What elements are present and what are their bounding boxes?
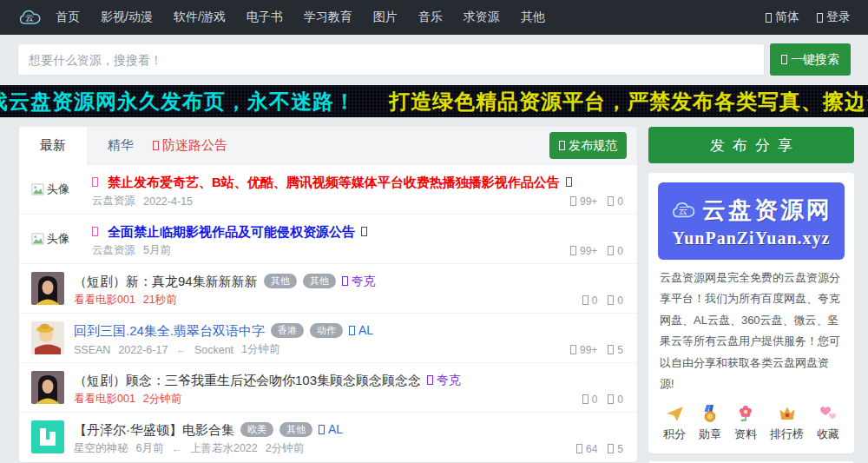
sidebar: 发布分享 云 云盘资源网 YunPanZiYuan.xyz 云盘资源网是完全免费… bbox=[648, 127, 854, 463]
post-title[interactable]: 回到三国.24集全.翡翠台双语中字 bbox=[74, 321, 265, 340]
views-count: 0 bbox=[582, 294, 598, 307]
search-icon bbox=[781, 55, 787, 64]
nav-item-movies[interactable]: 影视/动漫 bbox=[101, 10, 153, 25]
post-author[interactable]: SSEAN bbox=[74, 344, 110, 356]
avatar-alt-text: 头像 bbox=[47, 182, 69, 197]
category-badge[interactable]: 欧美 bbox=[240, 422, 273, 437]
post-title[interactable]: （短剧）顾念：三爷我重生后还会吻你103集顾念顾念顾念念 bbox=[74, 371, 421, 389]
post-author[interactable]: 星空的神秘 bbox=[74, 441, 128, 456]
cloud-link-icon bbox=[427, 375, 433, 385]
category-badge[interactable]: 香港 bbox=[271, 323, 304, 338]
comments-count: 5 bbox=[608, 344, 623, 356]
globe-icon bbox=[766, 13, 772, 23]
nav-item-requests[interactable]: 求资源 bbox=[464, 10, 500, 25]
svg-text:云: 云 bbox=[25, 13, 34, 23]
quick-link-points[interactable]: 积分 bbox=[663, 404, 686, 442]
post-author[interactable]: 看看电影001 bbox=[74, 293, 135, 308]
site-info-panel: 云 云盘资源网 YunPanZiYuan.xyz 云盘资源网是完全免费的云盘资源… bbox=[648, 173, 854, 453]
site-title: 云盘资源网 bbox=[702, 195, 832, 226]
eye-icon bbox=[570, 246, 576, 255]
nav-item-software[interactable]: 软件/游戏 bbox=[174, 10, 226, 25]
post-counts: 99+ 5 bbox=[570, 344, 623, 356]
login-button[interactable]: 登录 bbox=[817, 10, 851, 25]
post-author[interactable]: 看看电影001 bbox=[74, 392, 135, 407]
list-item[interactable]: （短剧）顾念：三爷我重生后还会吻你103集顾念顾念顾念念 夸克 看看电影001 … bbox=[19, 363, 637, 413]
user-avatar[interactable] bbox=[31, 420, 64, 453]
search-input[interactable] bbox=[17, 43, 765, 76]
nav-item-pictures[interactable]: 图片 bbox=[373, 10, 398, 25]
post-date: 2022-4-15 bbox=[143, 195, 193, 208]
last-reply-author[interactable]: Sockent bbox=[194, 344, 233, 356]
category-badge[interactable]: 其他 bbox=[303, 274, 336, 288]
svg-text:云: 云 bbox=[679, 205, 688, 215]
nav-item-education[interactable]: 学习教育 bbox=[304, 10, 352, 25]
netdisk-link-al[interactable]: AL bbox=[349, 321, 373, 340]
views-count: 99+ bbox=[570, 245, 597, 257]
marquee-text-yellow: 打造绿色精品资源平台，严禁发布各类写真、擦边资 bbox=[389, 88, 868, 116]
post-title[interactable]: 全面禁止临期影视作品及可能侵权资源公告 bbox=[108, 222, 355, 241]
eye-icon bbox=[582, 394, 589, 404]
tabs-bar: 最新 精华 防迷路公告 发布规范 bbox=[19, 127, 637, 165]
site-logo-cloud-icon[interactable]: 云 bbox=[17, 7, 43, 28]
quick-link-medals[interactable]: 勋章 bbox=[699, 404, 721, 442]
comment-icon bbox=[608, 295, 614, 305]
quick-link-favorites[interactable]: 收藏 bbox=[817, 404, 839, 442]
netdisk-link-al[interactable]: AL bbox=[319, 420, 343, 439]
nav-item-home[interactable]: 首页 bbox=[56, 10, 80, 25]
announcement-marquee: 戏云盘资源网永久发布页，永不迷路！打造绿色精品资源平台，严禁发布各类写真、擦边资 bbox=[0, 85, 868, 117]
tab-latest[interactable]: 最新 bbox=[19, 127, 87, 165]
last-reply-date: 2分钟前 bbox=[266, 441, 304, 456]
user-avatar[interactable] bbox=[31, 321, 64, 354]
list-item[interactable]: 头像 全面禁止临期影视作品及可能侵权资源公告 云盘资源 5月前 99+ 0 bbox=[19, 215, 637, 264]
comment-icon bbox=[608, 246, 614, 255]
post-author[interactable]: 云盘资源 bbox=[92, 243, 135, 258]
quick-link-ranking[interactable]: 排行榜 bbox=[770, 404, 804, 442]
tab-featured[interactable]: 精华 bbox=[108, 137, 134, 154]
quick-link-profile[interactable]: 资料 bbox=[734, 404, 757, 442]
last-reply-date: 1分钟前 bbox=[241, 342, 279, 357]
list-item[interactable]: 【丹泽尔·华盛顿】电影合集 欧美 其他 AL 星空的神秘 6月前 ← 上善若水2… bbox=[19, 413, 637, 462]
category-badge[interactable]: 其他 bbox=[279, 422, 312, 437]
tab-anti-lost-notice[interactable]: 防迷路公告 bbox=[153, 137, 227, 154]
top-navbar: 云 首页 影视/动漫 软件/游戏 电子书 学习教育 图片 音乐 求资源 其他 简… bbox=[0, 0, 868, 35]
post-list-panel: 最新 精华 防迷路公告 发布规范 头像 禁止发布爱奇艺、B站、优酷、腾讯视频等媒… bbox=[19, 127, 637, 462]
comments-count: 0 bbox=[608, 195, 623, 208]
netdisk-link-quark[interactable]: 夸克 bbox=[342, 272, 376, 290]
publish-rules-button[interactable]: 发布规范 bbox=[549, 132, 627, 159]
post-author[interactable]: 云盘资源 bbox=[92, 194, 135, 208]
eye-icon bbox=[570, 345, 576, 354]
category-badge[interactable]: 动作 bbox=[310, 323, 343, 338]
post-counts: 0 0 bbox=[582, 394, 623, 406]
views-count: 99+ bbox=[570, 344, 597, 356]
post-title[interactable]: （短剧）新：真龙94集新新新新 bbox=[74, 272, 258, 290]
pin-icon bbox=[92, 227, 98, 236]
views-count: 64 bbox=[576, 443, 597, 455]
nav-item-music[interactable]: 音乐 bbox=[418, 10, 443, 25]
user-avatar[interactable] bbox=[31, 371, 64, 404]
comments-count: 0 bbox=[608, 245, 623, 257]
category-badge[interactable]: 其他 bbox=[264, 274, 297, 288]
views-count: 0 bbox=[582, 394, 598, 406]
list-item[interactable]: （短剧）新：真龙94集新新新新 其他 其他 夸克 看看电影001 21秒前 0 … bbox=[19, 264, 637, 314]
user-avatar[interactable] bbox=[31, 272, 64, 305]
site-logo-cloud-icon: 云 bbox=[670, 199, 698, 222]
nav-item-ebooks[interactable]: 电子书 bbox=[247, 10, 283, 25]
list-item[interactable]: 头像 禁止发布爱奇艺、B站、优酷、腾讯视频等媒体平台收费热播独播影视作品公告 云… bbox=[19, 165, 637, 215]
nav-item-others[interactable]: 其他 bbox=[521, 10, 545, 25]
post-date: 2022-6-17 bbox=[118, 344, 168, 356]
last-reply-arrow-icon: ← bbox=[175, 344, 187, 356]
post-title[interactable]: 【丹泽尔·华盛顿】电影合集 bbox=[74, 420, 234, 439]
marquee-text-cyan: 云盘资源网永久发布页，永不迷路！ bbox=[9, 88, 356, 116]
post-date: 5月前 bbox=[143, 243, 171, 258]
lock-icon bbox=[361, 227, 367, 236]
site-banner-card[interactable]: 云 云盘资源网 YunPanZiYuan.xyz bbox=[658, 182, 845, 260]
comments-count: 5 bbox=[608, 443, 623, 455]
publish-share-button[interactable]: 发布分享 bbox=[648, 127, 854, 163]
post-title[interactable]: 禁止发布爱奇艺、B站、优酷、腾讯视频等媒体平台收费热播独播影视作品公告 bbox=[108, 173, 560, 191]
search-button[interactable]: 一键搜索 bbox=[770, 43, 851, 76]
last-reply-author[interactable]: 上善若水2022 bbox=[190, 441, 258, 456]
broken-image-icon bbox=[31, 233, 44, 245]
netdisk-link-quark[interactable]: 夸克 bbox=[427, 371, 461, 389]
language-switch[interactable]: 简体 bbox=[766, 10, 799, 25]
list-item[interactable]: 回到三国.24集全.翡翠台双语中字 香港 动作 AL SSEAN 2022-6-… bbox=[19, 314, 637, 363]
